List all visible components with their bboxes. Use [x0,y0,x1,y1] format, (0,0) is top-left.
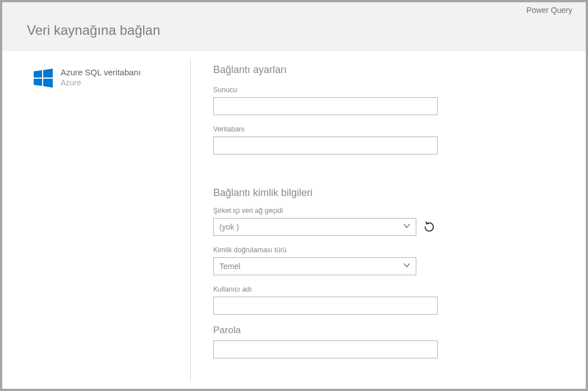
database-label: Veritabanı [213,125,552,133]
username-input[interactable] [213,297,438,315]
app-name: Power Query [526,6,572,15]
auth-type-selected-value: Temel [219,262,240,271]
server-label: Sunucu [213,86,552,94]
data-source-item[interactable]: Azure SQL veritabanı Azure [34,67,179,88]
refresh-icon [423,221,435,233]
auth-type-field: Kimlik doğrulaması türü Temel [213,246,552,275]
username-label: Kullanıcı adı [213,285,552,293]
connection-settings-heading: Bağlantı ayarları [213,64,552,76]
password-input[interactable] [213,340,438,358]
gateway-selected-value: (yok ) [219,222,239,231]
database-input[interactable] [213,137,438,154]
refresh-button[interactable] [422,220,437,234]
password-field: Parola [213,325,552,358]
app-frame: Power Query Veri kaynağına bağlan Azure … [0,0,588,391]
right-panel: Bağlantı ayarları Sunucu Veritabanı Bağl… [191,52,586,389]
windows-icon [34,69,53,88]
connection-credentials-heading: Bağlantı kimlik bilgileri [213,187,552,199]
source-title: Azure SQL veritabanı [61,67,141,77]
server-field: Sunucu [213,86,552,115]
password-label: Parola [213,325,552,336]
auth-type-select[interactable]: Temel [213,257,416,275]
server-input[interactable] [213,97,438,115]
left-panel: Azure SQL veritabanı Azure [2,52,190,389]
auth-type-label: Kimlik doğrulaması türü [213,246,552,254]
username-field: Kullanıcı adı [213,285,552,315]
page-title: Veri kaynağına bağlan [27,22,160,38]
gateway-label: Şirket içi veri ağ geçidi [213,207,552,215]
source-subtitle: Azure [61,78,141,87]
body: Azure SQL veritabanı Azure Bağlantı ayar… [2,52,586,389]
gateway-select[interactable]: (yok ) [213,218,416,236]
database-field: Veritabanı [213,125,552,154]
header: Power Query Veri kaynağına bağlan [2,2,586,52]
gateway-field: Şirket içi veri ağ geçidi (yok ) [213,207,552,236]
